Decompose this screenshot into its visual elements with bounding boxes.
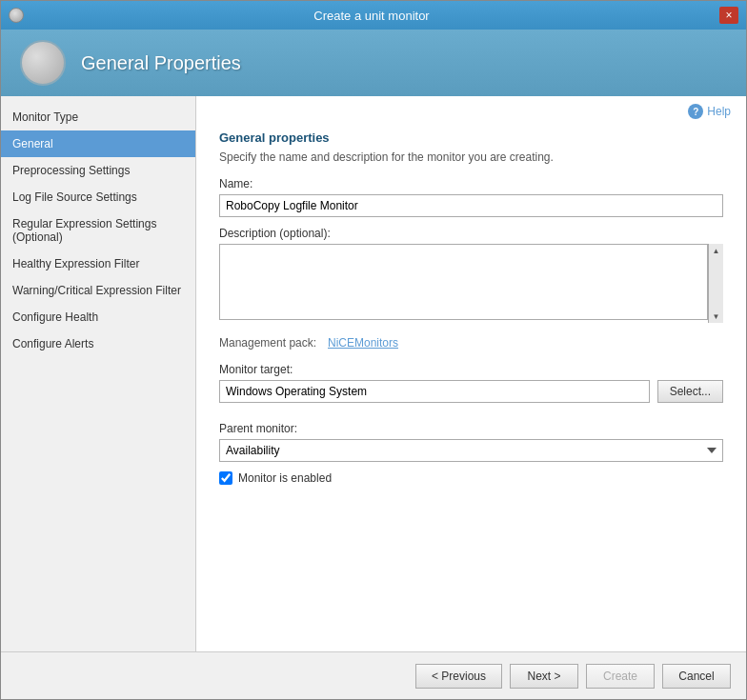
next-button[interactable]: Next >	[510, 664, 578, 689]
parent-monitor-label: Parent monitor:	[219, 422, 723, 435]
help-bar: ? Help	[196, 96, 746, 123]
monitor-target-row: Select...	[219, 380, 723, 403]
main-content: ? Help General properties Specify the na…	[196, 96, 746, 651]
monitor-enabled-label[interactable]: Monitor is enabled	[238, 471, 332, 485]
help-link[interactable]: ? Help	[688, 104, 731, 119]
close-button[interactable]: ×	[719, 7, 738, 24]
description-label: Description (optional):	[219, 227, 723, 240]
scrollbar: ▲ ▼	[708, 244, 723, 323]
sidebar-item-healthy-expression[interactable]: Healthy Expression Filter	[1, 250, 195, 277]
section-title: General properties	[219, 130, 723, 145]
cancel-button[interactable]: Cancel	[662, 664, 731, 689]
mgmt-pack-row: Management pack: NiCEMonitors	[219, 336, 723, 350]
sidebar-item-general[interactable]: General	[1, 130, 195, 157]
header-title: General Properties	[81, 52, 241, 74]
create-button[interactable]: Create	[586, 664, 655, 689]
sidebar-item-monitor-type[interactable]: Monitor Type	[1, 104, 195, 130]
previous-button[interactable]: < Previous	[415, 664, 502, 689]
title-bar-icon	[9, 8, 24, 23]
sidebar-item-regular-expression[interactable]: Regular Expression Settings (Optional)	[1, 210, 195, 250]
monitor-target-field-row: Monitor target: Select...	[219, 363, 723, 403]
mgmt-pack-value[interactable]: NiCEMonitors	[328, 336, 398, 350]
description-wrapper: ▲ ▼	[219, 244, 723, 323]
form-area: General properties Specify the name and …	[196, 123, 746, 651]
header-bar: General Properties	[1, 30, 746, 96]
scroll-down-icon: ▼	[710, 310, 723, 323]
parent-monitor-section: Parent monitor: Availability	[219, 422, 723, 462]
select-button[interactable]: Select...	[657, 380, 723, 403]
sidebar-item-log-file-source[interactable]: Log File Source Settings	[1, 184, 195, 210]
sidebar: Monitor TypeGeneralPreprocessing Setting…	[1, 96, 196, 651]
name-input[interactable]	[219, 194, 723, 217]
window-title: Create a unit monitor	[24, 9, 719, 23]
monitor-target-input[interactable]	[219, 380, 650, 403]
description-input[interactable]	[219, 244, 708, 320]
help-label: Help	[707, 105, 731, 118]
monitor-enabled-checkbox[interactable]	[219, 471, 232, 485]
sidebar-item-warning-critical[interactable]: Warning/Critical Expression Filter	[1, 277, 195, 304]
title-bar: Create a unit monitor ×	[1, 1, 746, 30]
help-icon: ?	[688, 104, 703, 119]
name-field-row: Name:	[219, 177, 723, 217]
main-window: Create a unit monitor × General Properti…	[0, 0, 747, 700]
name-label: Name:	[219, 177, 723, 190]
monitor-enabled-row: Monitor is enabled	[219, 471, 723, 485]
section-desc: Specify the name and description for the…	[219, 150, 723, 164]
description-field-row: Description (optional): ▲ ▼	[219, 227, 723, 323]
footer: < Previous Next > Create Cancel	[1, 651, 746, 699]
sidebar-item-configure-health[interactable]: Configure Health	[1, 304, 195, 330]
sidebar-item-preprocessing[interactable]: Preprocessing Settings	[1, 157, 195, 184]
content-area: Monitor TypeGeneralPreprocessing Setting…	[1, 96, 746, 651]
sidebar-item-configure-alerts[interactable]: Configure Alerts	[1, 330, 195, 357]
header-icon	[20, 40, 66, 86]
monitor-target-label: Monitor target:	[219, 363, 723, 376]
parent-monitor-dropdown[interactable]: Availability	[219, 439, 723, 462]
scroll-up-icon: ▲	[710, 244, 723, 257]
mgmt-pack-label: Management pack:	[219, 336, 324, 350]
